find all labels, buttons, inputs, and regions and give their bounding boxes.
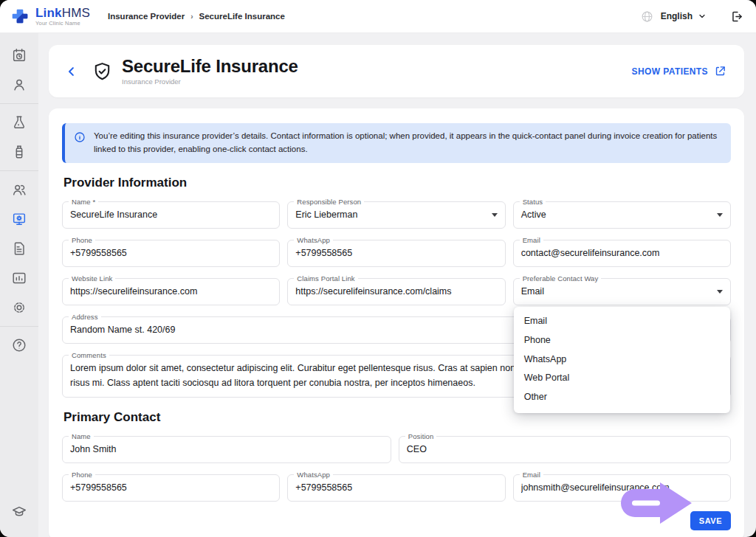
breadcrumb-insurance-provider[interactable]: Insurance Provider bbox=[108, 12, 185, 21]
contact-position-input[interactable] bbox=[407, 444, 723, 454]
claims-portal-link-label: Claims Portal Link bbox=[294, 274, 357, 283]
name-input[interactable] bbox=[70, 209, 272, 220]
sidebar-item-settings[interactable] bbox=[0, 293, 38, 322]
whatsapp-field[interactable]: WhatsApp bbox=[287, 240, 505, 267]
preferable-contact-way-label: Preferable Contact Way bbox=[520, 274, 602, 283]
sidebar-item-invoices[interactable] bbox=[0, 234, 38, 263]
main-content: SecureLife Insurance Insurance Provider … bbox=[38, 33, 756, 537]
phone-input[interactable] bbox=[70, 248, 272, 258]
graduation-cap-icon bbox=[11, 504, 27, 520]
breadcrumb-separator-icon: › bbox=[190, 13, 193, 21]
contact-position-field[interactable]: Position bbox=[399, 436, 731, 463]
contact-email-field[interactable]: Email bbox=[513, 474, 731, 502]
save-button[interactable]: SAVE bbox=[690, 511, 731, 530]
info-banner-text: You’re editing this insurance provider’s… bbox=[94, 130, 721, 156]
sidebar-item-insurance[interactable] bbox=[0, 204, 38, 234]
globe-icon bbox=[641, 10, 653, 23]
sidebar-item-lab[interactable] bbox=[0, 108, 38, 137]
status-label: Status bbox=[520, 198, 546, 206]
app-window: LinkHMS Your Clinic Name Insurance Provi… bbox=[0, 0, 756, 537]
language-selector[interactable]: English bbox=[661, 11, 707, 21]
website-link-field[interactable]: Website Link bbox=[62, 278, 280, 305]
info-circle-icon bbox=[74, 131, 86, 143]
contact-email-input[interactable] bbox=[521, 482, 723, 493]
dropdown-option-email[interactable]: Email bbox=[514, 312, 730, 331]
phone-field[interactable]: Phone bbox=[62, 240, 280, 267]
topbar-right: English bbox=[641, 10, 756, 24]
contact-name-label: Name bbox=[69, 432, 94, 440]
logo-subtitle: Your Clinic Name bbox=[35, 21, 90, 27]
contact-whatsapp-input[interactable] bbox=[295, 482, 497, 493]
title-block: SecureLife Insurance Insurance Provider bbox=[122, 58, 298, 86]
caret-down-icon bbox=[717, 290, 723, 294]
provider-icon-wrap bbox=[92, 60, 113, 83]
contact-name-field[interactable]: Name bbox=[62, 436, 391, 463]
back-chevron-icon bbox=[65, 65, 78, 78]
topbar: LinkHMS Your Clinic Name Insurance Provi… bbox=[0, 0, 756, 33]
save-row: SAVE bbox=[62, 511, 731, 530]
responsible-person-label: Responsible Person bbox=[294, 198, 364, 206]
website-link-input[interactable] bbox=[70, 286, 272, 297]
sidebar-item-patients[interactable] bbox=[0, 70, 38, 100]
contact-phone-label: Phone bbox=[69, 471, 95, 479]
contact-email-label: Email bbox=[520, 471, 543, 479]
chevron-down-icon bbox=[698, 12, 707, 21]
show-patients-label: SHOW PATIENTS bbox=[632, 66, 708, 77]
logout-button[interactable] bbox=[730, 10, 744, 24]
shield-check-icon bbox=[92, 60, 113, 83]
sidebar-item-reports[interactable] bbox=[0, 263, 38, 293]
logo-cross-icon bbox=[10, 7, 30, 26]
logo-title-link: Link bbox=[35, 6, 62, 20]
caret-down-icon bbox=[717, 213, 723, 217]
preferable-contact-way-select[interactable]: Preferable Contact Way Email Email Phone… bbox=[513, 278, 731, 305]
page-subtitle: Insurance Provider bbox=[122, 78, 298, 86]
sidebar-item-staff[interactable] bbox=[0, 175, 38, 204]
lab-flask-icon bbox=[11, 114, 27, 131]
language-label: English bbox=[661, 11, 693, 21]
phone-label: Phone bbox=[69, 236, 95, 244]
contact-phone-input[interactable] bbox=[70, 482, 272, 493]
calendar-schedule-icon bbox=[11, 47, 27, 63]
provider-information-title: Provider Information bbox=[63, 176, 731, 190]
back-button[interactable] bbox=[62, 62, 81, 81]
status-select[interactable]: Status Active bbox=[513, 201, 731, 229]
logo-title-hms: HMS bbox=[62, 6, 90, 20]
contact-whatsapp-field[interactable]: WhatsApp bbox=[287, 474, 505, 502]
page-title: SecureLife Insurance bbox=[122, 58, 298, 75]
primary-contact-row2: Phone WhatsApp Email bbox=[62, 474, 731, 502]
show-patients-button[interactable]: SHOW PATIENTS bbox=[632, 65, 726, 77]
sidebar-divider bbox=[0, 326, 38, 327]
sidebar-divider bbox=[0, 103, 38, 104]
responsible-person-value: Eric Lieberman bbox=[295, 209, 487, 220]
claims-portal-link-input[interactable] bbox=[295, 286, 497, 297]
report-card-icon bbox=[11, 270, 27, 286]
app-logo[interactable]: LinkHMS Your Clinic Name bbox=[0, 7, 102, 27]
contact-whatsapp-label: WhatsApp bbox=[294, 471, 333, 479]
dropdown-option-web-portal[interactable]: Web Portal bbox=[514, 368, 730, 387]
sidebar-item-learning[interactable] bbox=[0, 497, 38, 527]
dropdown-option-phone[interactable]: Phone bbox=[514, 330, 730, 350]
name-field[interactable]: Name * bbox=[62, 201, 280, 229]
dropdown-option-other[interactable]: Other bbox=[514, 387, 730, 406]
whatsapp-input[interactable] bbox=[295, 248, 497, 258]
sidebar-item-help[interactable] bbox=[0, 330, 38, 360]
responsible-person-select[interactable]: Responsible Person Eric Lieberman bbox=[287, 201, 505, 229]
contact-name-input[interactable] bbox=[70, 444, 383, 454]
contact-phone-field[interactable]: Phone bbox=[62, 474, 280, 502]
email-field[interactable]: Email bbox=[513, 240, 731, 267]
comments-label: Comments bbox=[69, 351, 109, 359]
email-label: Email bbox=[520, 236, 543, 244]
caret-down-icon bbox=[492, 213, 498, 217]
name-label: Name * bbox=[69, 198, 98, 206]
dropdown-option-whatsapp[interactable]: WhatsApp bbox=[514, 350, 730, 369]
help-circle-icon bbox=[11, 337, 27, 353]
gear-icon bbox=[11, 299, 27, 316]
sidebar-nav bbox=[0, 33, 38, 537]
invoice-document-icon bbox=[11, 240, 27, 257]
claims-portal-link-field[interactable]: Claims Portal Link bbox=[287, 278, 505, 305]
logo-text: LinkHMS Your Clinic Name bbox=[35, 7, 90, 27]
email-input[interactable] bbox=[521, 248, 723, 258]
sidebar-item-pharmacy[interactable] bbox=[0, 137, 38, 167]
sidebar-item-schedule[interactable] bbox=[0, 41, 38, 70]
contact-position-label: Position bbox=[405, 432, 437, 440]
